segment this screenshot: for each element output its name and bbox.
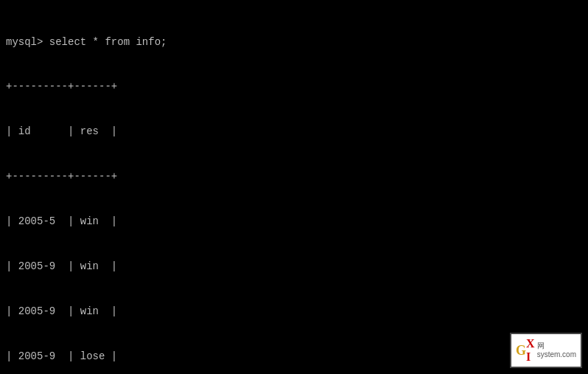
- terminal-line-1: mysql> select * from info;: [6, 35, 582, 49]
- watermark-net-line1: 网: [537, 342, 576, 350]
- table-row: | 2005-5 | win |: [6, 214, 582, 229]
- watermark-site: 网 system.com: [537, 342, 576, 359]
- watermark: G XI 网 system.com: [510, 333, 582, 368]
- table-row: | 2005-9 | lose |: [6, 349, 582, 364]
- watermark-logo: G XI: [516, 337, 535, 364]
- table-row: | 2005-9 | win |: [6, 304, 582, 319]
- watermark-xi-text: XI: [526, 337, 535, 364]
- watermark-net-line2: system.com: [537, 350, 576, 359]
- table-row: | 2005-9 | win |: [6, 259, 582, 274]
- table-border: +---------+------+: [6, 79, 582, 94]
- watermark-g-letter: G: [516, 343, 526, 359]
- prompt: mysql>: [6, 36, 49, 48]
- table-header: | id | res |: [6, 124, 582, 139]
- table-border: +---------+------+: [6, 169, 582, 184]
- command: select * from info;: [49, 36, 167, 48]
- terminal: mysql> select * from info; +---------+--…: [0, 0, 588, 374]
